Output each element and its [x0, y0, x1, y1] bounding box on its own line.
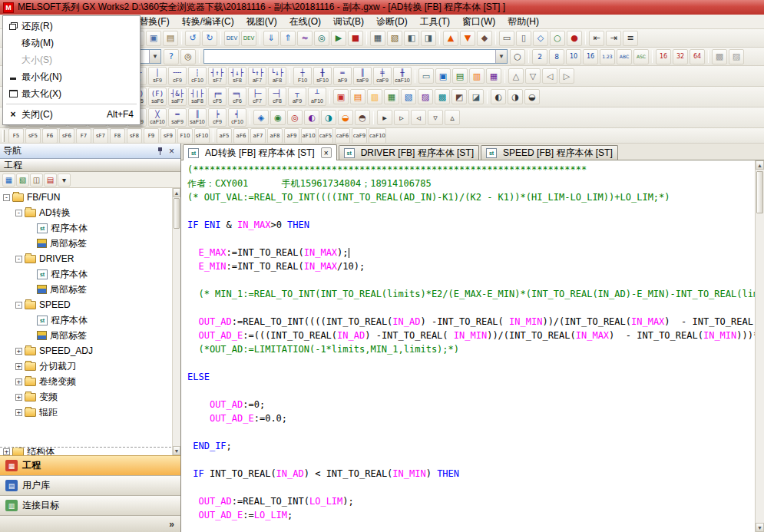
toggle-comment-icon[interactable]: ◐ — [491, 89, 506, 104]
filter-tree-icon[interactable]: ▦ — [2, 173, 15, 187]
monitor-stop-icon[interactable]: ■ — [348, 31, 363, 46]
monitor-mode-icon[interactable]: ▥ — [469, 68, 485, 84]
tree-item[interactable]: st程序本体 — [0, 220, 171, 236]
dock-right-icon[interactable]: ⇥ — [606, 31, 621, 46]
and-block-icon[interactable]: ┤&├saF7 — [168, 88, 187, 106]
expand-icon[interactable]: + — [15, 409, 22, 416]
delete-hline-icon[interactable]: ╌╌cF9 — [168, 67, 187, 85]
pin-button[interactable] — [154, 145, 166, 157]
collapse-all-icon[interactable]: ◫ — [30, 173, 43, 187]
st-code-text[interactable]: (***************************************… — [181, 160, 755, 532]
device-test-icon[interactable]: ◇ — [533, 31, 548, 46]
redo-icon[interactable]: ↻ — [202, 31, 217, 46]
octal-display-icon[interactable]: 8 — [549, 49, 564, 64]
fkey-af10-button[interactable]: aF10 — [301, 128, 316, 144]
toggle-statement-icon[interactable]: ◑ — [508, 89, 523, 104]
decimal-display-icon[interactable]: 10 — [566, 49, 581, 64]
menu-item[interactable]: 转换/编译(C) — [176, 15, 240, 29]
scroll-up-icon[interactable]: ▲ — [173, 188, 180, 197]
menu-item[interactable]: 视图(V) — [240, 15, 283, 29]
delete-line-icon[interactable]: ╂sF10 — [313, 67, 332, 85]
delete-vline-icon[interactable]: ┆cF10 — [188, 67, 207, 85]
system-menu-item[interactable]: ×关闭(C)Alt+F4 — [5, 106, 138, 123]
watch-window-icon[interactable]: ◧ — [404, 31, 419, 46]
scroll-up-icon[interactable]: ▲ — [756, 160, 764, 170]
fkey-f8-button[interactable]: F8 — [110, 128, 125, 144]
tree-item[interactable]: -DRIVER — [0, 251, 171, 266]
left-rail-icon[interactable]: ╞cF9 — [208, 108, 227, 127]
tree-item[interactable]: +结构体 — [0, 447, 171, 455]
check-program-icon[interactable]: ▥ — [367, 89, 382, 104]
close-panel-button[interactable]: × — [166, 145, 177, 157]
fkey-caf10-button[interactable]: caF10 — [369, 128, 386, 144]
fkey-f6-button[interactable]: F6 — [42, 128, 58, 144]
more-buttons-chevron[interactable]: » — [169, 519, 174, 530]
scroll-thumb[interactable] — [756, 171, 763, 213]
find-icon[interactable]: ◎ — [180, 49, 196, 64]
collapse-icon[interactable]: - — [15, 302, 22, 309]
toggle-note-icon[interactable]: ◒ — [524, 89, 540, 104]
fkey-af9-button[interactable]: aF9 — [284, 128, 299, 144]
online-change-icon[interactable]: ▨ — [418, 89, 433, 104]
tree-item[interactable]: -FB/FUN — [0, 190, 171, 205]
document-tab[interactable]: stSPEED [FB] 程序本体 [ST] — [481, 145, 618, 160]
forced-on-icon[interactable]: ○ — [550, 31, 565, 46]
collapse-icon[interactable]: - — [15, 210, 22, 216]
editor-scrollbar[interactable]: ▲ ▼ — [755, 160, 764, 532]
falling-pulse-branch-icon[interactable]: └↓├aF8 — [268, 67, 286, 85]
vertical-line-icon[interactable]: │sF9 — [148, 67, 167, 85]
undo-icon[interactable]: ↺ — [185, 31, 200, 46]
system-menu-item[interactable]: 移动(M) — [5, 35, 138, 51]
monitor-write-mode-icon[interactable]: ▦ — [486, 68, 501, 84]
right-rail-icon[interactable]: ╡cF10 — [228, 108, 246, 127]
abc-display-icon[interactable]: ABC — [617, 49, 632, 64]
expand-icon[interactable]: + — [15, 348, 22, 355]
or-block-icon[interactable]: ┤|├saF8 — [188, 88, 207, 106]
skip-icon[interactable]: ▵ — [445, 110, 460, 125]
address-combobox[interactable]: ▼ — [203, 49, 508, 64]
device-memory-icon[interactable]: DEV — [241, 31, 256, 46]
security-icon[interactable]: ◩ — [451, 89, 467, 104]
erase-vline-icon[interactable]: ╫caF10 — [393, 67, 412, 85]
fkey-sf8-button[interactable]: sF8 — [127, 128, 142, 144]
verify-icon[interactable]: ≈ — [297, 31, 313, 46]
tree-item[interactable]: -SPEED — [0, 297, 171, 312]
falling-coil-icon[interactable]: (F)saF6 — [148, 88, 167, 106]
draw-vline-icon[interactable]: ║saF9 — [353, 67, 372, 85]
rising-pulse-branch-icon[interactable]: └↑├aF7 — [248, 67, 266, 85]
system-menu-item[interactable]: 最小化(N) — [5, 68, 138, 85]
tree-item[interactable]: 局部标签 — [0, 328, 171, 343]
options-icon[interactable]: ◪ — [468, 89, 484, 104]
menu-item[interactable]: 调试(B) — [327, 15, 370, 29]
fkey-f10-button[interactable]: F10 — [177, 128, 193, 144]
system-menu-item[interactable]: 还原(R) — [5, 18, 138, 35]
toolbar-grip[interactable] — [2, 130, 5, 142]
menu-item[interactable]: 窗口(W) — [456, 15, 501, 29]
document-tab[interactable]: stAD转换 [FB] 程序本体 [ST]× — [183, 144, 337, 160]
scroll-down-icon[interactable]: ▼ — [173, 446, 180, 455]
watch2-icon[interactable]: ◑ — [321, 110, 336, 125]
display-option2-icon[interactable]: ▨ — [729, 49, 744, 64]
tee-down-icon[interactable]: ┬aF9 — [288, 88, 306, 106]
fkey-af5-button[interactable]: aF5 — [217, 128, 232, 144]
paste-icon[interactable]: ▤ — [163, 31, 178, 46]
cross-reference-icon[interactable]: ▦ — [370, 31, 385, 46]
breakpoint-icon[interactable]: ▿ — [428, 110, 443, 125]
double-hline-icon[interactable]: ═saF9 — [168, 108, 187, 127]
rung-start-icon[interactable]: ╒═cF5 — [208, 88, 227, 106]
step-out-icon[interactable]: ◃ — [411, 110, 426, 125]
close-tab-icon[interactable]: × — [321, 147, 332, 158]
inline-st-icon[interactable]: ▭ — [418, 68, 434, 84]
real-display-icon[interactable]: 1.23 — [600, 49, 615, 64]
view-menu-icon[interactable]: ▾ — [58, 173, 71, 187]
scroll-thumb[interactable] — [174, 198, 180, 229]
step-into-icon[interactable]: ▹ — [394, 110, 409, 125]
rising-pulse-icon[interactable]: ┤↑├sF7 — [208, 67, 227, 85]
tee-up-icon[interactable]: ┴aF10 — [308, 88, 326, 106]
device-comment-icon[interactable]: DEV — [224, 31, 240, 46]
tree-item[interactable]: st程序本体 — [0, 312, 171, 328]
display-option-icon[interactable]: ▩ — [712, 49, 727, 64]
module-monitor-icon[interactable]: ◨ — [421, 31, 436, 46]
project-view-icon[interactable]: ▤ — [44, 173, 57, 187]
sampling-trace-icon[interactable]: ◒ — [338, 110, 353, 125]
